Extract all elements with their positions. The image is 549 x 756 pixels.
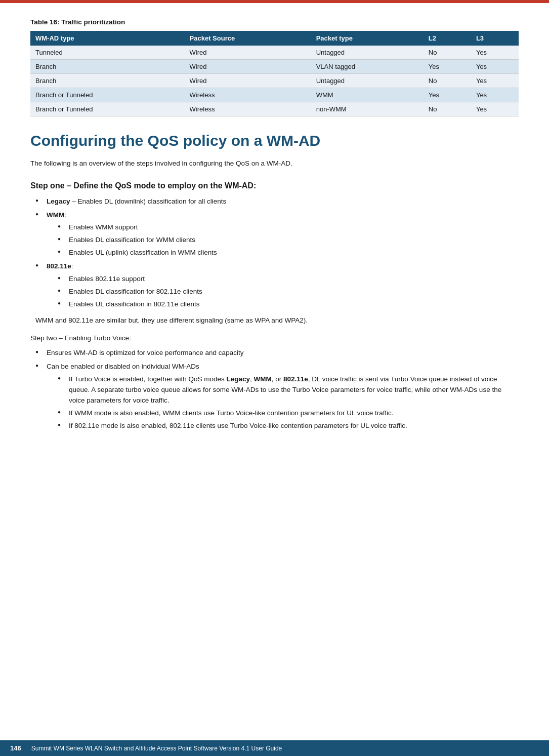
table-cell: Wireless xyxy=(185,102,311,116)
table-cell: Yes xyxy=(471,88,519,102)
main-section: Configuring the QoS policy on a WM-AD Th… xyxy=(30,132,519,431)
table-cell: Untagged xyxy=(311,46,424,60)
table-cell: No xyxy=(424,102,471,116)
main-content: Table 16: Traffic prioritization WM-AD t… xyxy=(0,3,549,477)
sub-list-item: Enables WMM support xyxy=(58,222,519,233)
sub-list-item: Enables UL classification in 802.11e cli… xyxy=(58,299,519,310)
table-section: Table 16: Traffic prioritization WM-AD t… xyxy=(30,18,519,116)
table-cell: Yes xyxy=(424,60,471,74)
table-cell: Yes xyxy=(471,74,519,88)
sub-list-item: If 802.11e mode is also enabled, 802.11e… xyxy=(58,421,519,431)
table-row: TunneledWiredUntaggedNoYes xyxy=(30,46,519,60)
table-cell: Untagged xyxy=(311,74,424,88)
section-intro: The following is an overview of the step… xyxy=(30,158,519,169)
table-row: BranchWiredVLAN taggedYesYes xyxy=(30,60,519,74)
step-one-heading: Step one – Define the QoS mode to employ… xyxy=(30,181,519,190)
step-two-list: Ensures WM-AD is optimized for voice per… xyxy=(35,348,519,431)
sub-list-item: If WMM mode is also enabled, WMM clients… xyxy=(58,408,519,419)
table-cell: VLAN tagged xyxy=(311,60,424,74)
table-cell: Wired xyxy=(185,60,311,74)
footer-page-number: 146 xyxy=(10,744,21,752)
table-row: Branch or TunneledWirelessnon-WMMNoYes xyxy=(30,102,519,116)
sub-list-item: Enables DL classification for WMM client… xyxy=(58,235,519,246)
table-cell: Branch or Tunneled xyxy=(30,102,185,116)
section-heading: Configuring the QoS policy on a WM-AD xyxy=(30,132,519,150)
table-cell: No xyxy=(424,46,471,60)
table-cell: Branch xyxy=(30,60,185,74)
step-one-list: Legacy – Enables DL (downlink) classific… xyxy=(35,196,519,310)
footer-title-text: Summit WM Series WLAN Switch and Altitud… xyxy=(31,745,282,752)
sub-list-item: Enables DL classification for 802.11e cl… xyxy=(58,287,519,297)
table-header-cell: Packet Source xyxy=(185,31,311,46)
table-cell: Wireless xyxy=(185,88,311,102)
list-item: WMM:Enables WMM supportEnables DL classi… xyxy=(35,210,519,259)
step-one-plain: WMM and 802.11e are similar but, they us… xyxy=(35,315,519,326)
table-cell: Yes xyxy=(471,60,519,74)
sub-list: If Turbo Voice is enabled, together with… xyxy=(58,374,519,431)
table-row: BranchWiredUntaggedNoYes xyxy=(30,74,519,88)
list-item: Legacy – Enables DL (downlink) classific… xyxy=(35,196,519,207)
table-cell: Wired xyxy=(185,74,311,88)
list-item: Ensures WM-AD is optimized for voice per… xyxy=(35,348,519,359)
table-header-cell: L3 xyxy=(471,31,519,46)
sub-list-item: If Turbo Voice is enabled, together with… xyxy=(58,374,519,406)
table-header-cell: L2 xyxy=(424,31,471,46)
table-cell: Yes xyxy=(471,46,519,60)
table-header-cell: Packet type xyxy=(311,31,424,46)
footer: 146 Summit WM Series WLAN Switch and Alt… xyxy=(0,740,549,756)
sub-list: Enables 802.11e supportEnables DL classi… xyxy=(58,274,519,310)
table-cell: non-WMM xyxy=(311,102,424,116)
sub-list-item: Enables 802.11e support xyxy=(58,274,519,285)
table-row: Branch or TunneledWirelessWMMYesYes xyxy=(30,88,519,102)
table-cell: WMM xyxy=(311,88,424,102)
traffic-table: WM-AD typePacket SourcePacket typeL2L3 T… xyxy=(30,31,519,116)
sub-list: Enables WMM supportEnables DL classifica… xyxy=(58,222,519,258)
table-header-row: WM-AD typePacket SourcePacket typeL2L3 xyxy=(30,31,519,46)
table-title: Table 16: Traffic prioritization xyxy=(30,18,519,26)
list-item: 802.11e:Enables 802.11e supportEnables D… xyxy=(35,261,519,310)
table-cell: Tunneled xyxy=(30,46,185,60)
sub-list-item: Enables UL (uplink) classification in WM… xyxy=(58,248,519,258)
table-cell: Yes xyxy=(471,102,519,116)
table-cell: Branch or Tunneled xyxy=(30,88,185,102)
table-cell: Yes xyxy=(424,88,471,102)
table-cell: Wired xyxy=(185,46,311,60)
table-cell: Branch xyxy=(30,74,185,88)
table-header-cell: WM-AD type xyxy=(30,31,185,46)
table-body: TunneledWiredUntaggedNoYesBranchWiredVLA… xyxy=(30,46,519,116)
table-cell: No xyxy=(424,74,471,88)
list-item: Can be enabled or disabled on individual… xyxy=(35,362,519,431)
step-two-heading: Step two – Enabling Turbo Voice: xyxy=(30,333,519,344)
